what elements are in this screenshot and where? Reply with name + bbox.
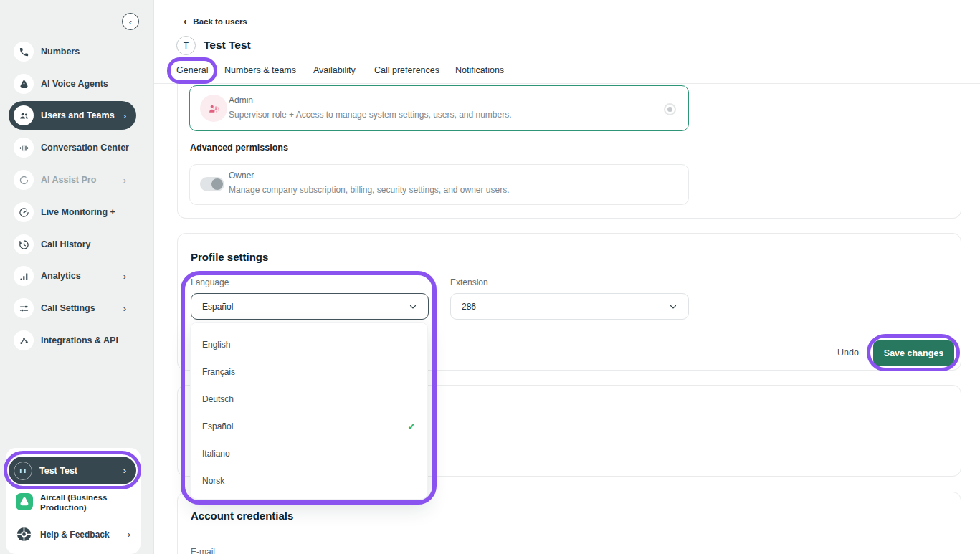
back-link-label: Back to users (193, 17, 247, 26)
sidebar-item-conversation-center[interactable]: Conversation Center (9, 133, 136, 162)
live-monitoring-icon (14, 202, 34, 222)
option-label: Français (202, 367, 235, 377)
advanced-permissions-title: Advanced permissions (190, 143, 288, 153)
call-history-icon (14, 234, 34, 254)
back-to-users-link[interactable]: ‹ Back to users (184, 16, 247, 26)
sidebar-item-call-history[interactable]: Call History (9, 230, 136, 259)
owner-toggle[interactable] (200, 177, 224, 191)
tab-notifications[interactable]: Notifications (455, 65, 504, 75)
workspace-name: Aircall (Business Production) (40, 493, 128, 513)
extension-label: Extension (450, 277, 488, 287)
chevron-right-icon: › (123, 110, 126, 121)
sidebar-item-label: Call Settings (41, 303, 95, 313)
language-option-deutsch[interactable]: Deutsch (191, 386, 427, 413)
help-feedback-label: Help & Feedback (40, 530, 110, 540)
tab-general[interactable]: General (176, 65, 208, 75)
integrations-icon (14, 330, 34, 350)
sidebar-item-live-monitoring[interactable]: Live Monitoring + (9, 198, 136, 226)
language-option-english[interactable]: English (191, 331, 427, 358)
undo-button[interactable]: Undo (837, 348, 859, 358)
language-select[interactable]: Español (191, 293, 429, 320)
sidebar-item-label: Integrations & API (41, 335, 118, 345)
roles-section-card: Admin Supervisor role + Access to manage… (177, 84, 961, 219)
language-option-italiano[interactable]: Italiano (191, 440, 427, 467)
back-chevron-icon: ‹ (184, 16, 186, 26)
sidebar-item-integrations-api[interactable]: Integrations & API (9, 326, 136, 355)
avatar: TT (14, 462, 32, 480)
chevron-right-icon: › (123, 271, 126, 282)
check-icon: ✓ (407, 421, 416, 432)
ai-voice-agent-icon (14, 74, 34, 94)
account-credentials-card: Account credentials E-mail (177, 492, 961, 554)
ai-assist-icon (14, 170, 34, 190)
language-option-norsk[interactable]: Norsk (191, 467, 427, 495)
sliders-icon (14, 298, 34, 318)
option-label: Italiano (202, 449, 230, 459)
avatar-initial: T (184, 41, 189, 51)
sidebar-item-label: AI Voice Agents (41, 79, 108, 89)
email-label: E-mail (191, 547, 215, 554)
chevron-right-icon: › (123, 465, 126, 476)
language-option-francais[interactable]: Français (191, 358, 427, 386)
owner-description: Manage company subscription, billing, se… (229, 185, 510, 195)
tab-availability[interactable]: Availability (313, 65, 356, 75)
workspace-row[interactable]: Aircall (Business Production) (16, 493, 128, 513)
language-value: Español (202, 302, 233, 312)
role-description: Supervisor role + Access to manage syste… (229, 110, 512, 120)
account-credentials-title: Account credentials (191, 510, 293, 522)
role-name: Admin (229, 95, 253, 105)
life-buoy-icon (16, 526, 32, 543)
sidebar-item-label: Live Monitoring + (41, 207, 115, 217)
phone-icon (14, 42, 34, 62)
sidebar-item-label: Conversation Center (41, 143, 129, 153)
option-label: Español (202, 421, 233, 431)
sidebar-item-label: Users and Teams (41, 110, 115, 120)
sidebar-item-label: AI Assist Pro (41, 175, 96, 185)
sidebar-user-menu[interactable]: TT Test Test › (9, 457, 136, 484)
sidebar-item-call-settings[interactable]: Call Settings › (9, 294, 136, 323)
sidebar-item-users-and-teams[interactable]: Users and Teams › (9, 101, 136, 130)
analytics-icon (14, 266, 34, 286)
chevron-down-icon (409, 302, 417, 311)
radio-selected-icon[interactable] (664, 103, 676, 115)
option-label: Deutsch (202, 394, 234, 404)
sidebar-item-analytics[interactable]: Analytics › (9, 262, 136, 290)
chevron-right-icon: › (128, 529, 130, 540)
aircall-logo-icon (16, 493, 33, 510)
help-feedback-item[interactable]: Help & Feedback › (16, 526, 130, 543)
extension-value: 286 (462, 302, 476, 312)
sidebar-item-label: Call History (41, 239, 90, 249)
users-icon (14, 105, 34, 125)
sidebar-item-numbers[interactable]: Numbers (9, 37, 136, 66)
owner-name: Owner (229, 171, 254, 181)
sidebar-item-ai-voice-agents[interactable]: AI Voice Agents (9, 70, 136, 98)
collapse-chevron-icon: ‹ (129, 17, 132, 27)
sidebar-user-name: Test Test (39, 466, 77, 476)
option-label: Norsk (202, 476, 224, 486)
save-changes-button[interactable]: Save changes (873, 340, 954, 366)
user-avatar: T (176, 36, 196, 55)
sidebar-collapse-button[interactable]: ‹ (122, 13, 139, 30)
role-option-admin[interactable]: Admin Supervisor role + Access to manage… (189, 85, 689, 131)
sidebar: ‹ Numbers AI Voice Agents Users and Team… (0, 0, 154, 554)
language-label: Language (191, 277, 229, 287)
language-dropdown-menu: English Français Deutsch Español ✓ Itali… (190, 322, 428, 500)
waveform-icon (14, 138, 34, 158)
page-title: Test Test (204, 39, 251, 52)
owner-permission-card: Owner Manage company subscription, billi… (189, 164, 689, 205)
chevron-down-icon (669, 302, 677, 311)
admin-role-icon (200, 95, 227, 122)
chevron-right-icon: › (123, 303, 126, 314)
tab-numbers-teams[interactable]: Numbers & teams (224, 65, 296, 75)
chevron-right-icon: › (123, 175, 126, 186)
sidebar-item-label: Analytics (41, 271, 81, 281)
profile-settings-title: Profile settings (191, 251, 268, 263)
extension-select[interactable]: 286 (450, 293, 689, 320)
language-option-espanol[interactable]: Español ✓ (191, 413, 427, 440)
sidebar-item-ai-assist-pro[interactable]: AI Assist Pro › (9, 166, 136, 194)
sidebar-item-label: Numbers (41, 47, 80, 57)
option-label: English (202, 340, 230, 350)
tab-call-preferences[interactable]: Call preferences (374, 65, 439, 75)
